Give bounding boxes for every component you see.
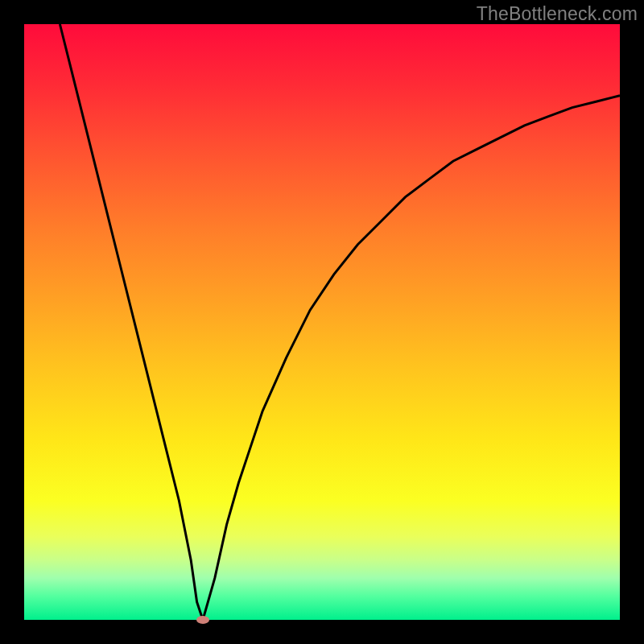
bottleneck-curve — [24, 24, 620, 620]
minima-marker — [196, 616, 209, 624]
curve-path — [60, 24, 620, 620]
plot-area — [24, 24, 620, 620]
chart-frame: TheBottleneck.com — [0, 0, 644, 644]
watermark-text: TheBottleneck.com — [477, 3, 638, 25]
